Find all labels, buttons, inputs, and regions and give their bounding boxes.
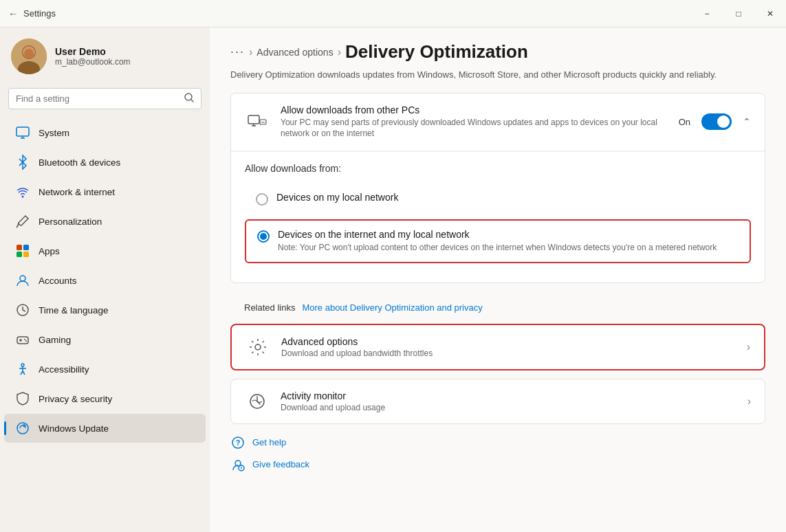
user-name: User Demo	[55, 46, 199, 57]
sidebar-item-accessibility[interactable]: Accessibility	[4, 355, 206, 384]
advanced-options-title: Advanced options	[281, 336, 736, 347]
radio-text-local: Devices on my local network	[276, 192, 740, 203]
radio-note-internet: Note: Your PC won't upload content to ot…	[278, 242, 739, 254]
sidebar: User Demo m_lab@outlook.com	[0, 27, 210, 532]
activity-monitor-text: Activity monitor Download and upload usa…	[281, 390, 736, 412]
sidebar-item-label-system: System	[39, 128, 69, 138]
radio-option-internet[interactable]: Devices on the internet and my local net…	[245, 219, 751, 263]
shield-icon	[15, 391, 30, 406]
breadcrumb-dots[interactable]: ···	[230, 45, 245, 59]
page-title: Delivery Optimization	[345, 41, 528, 63]
sidebar-item-personalization[interactable]: Personalization	[4, 207, 206, 236]
sidebar-item-network[interactable]: Network & internet	[4, 177, 206, 206]
svg-point-24	[21, 364, 24, 366]
allow-downloads-toggle[interactable]	[701, 113, 732, 130]
sidebar-item-label-personalization: Personalization	[39, 217, 102, 227]
advanced-options-card: Advanced options Download and upload ban…	[230, 324, 765, 370]
breadcrumb: ··· › Advanced options › Delivery Optimi…	[230, 41, 765, 63]
minimize-button[interactable]: −	[691, 0, 723, 27]
user-info: User Demo m_lab@outlook.com	[55, 46, 199, 67]
search-icon	[184, 93, 194, 104]
sidebar-item-apps[interactable]: Apps	[4, 236, 206, 265]
sidebar-item-system[interactable]: System	[4, 118, 206, 147]
svg-rect-12	[23, 245, 29, 250]
help-icon: ?	[230, 435, 245, 450]
main-content: ··· › Advanced options › Delivery Optimi…	[210, 27, 786, 532]
breadcrumb-parent[interactable]: Advanced options	[256, 47, 333, 58]
svg-line-18	[23, 310, 25, 311]
allow-downloads-title: Allow downloads from other PCs	[281, 104, 668, 115]
sidebar-item-gaming[interactable]: Gaming	[4, 325, 206, 354]
toggle-group: On ⌃	[679, 113, 751, 130]
sidebar-item-time[interactable]: Time & language	[4, 296, 206, 324]
update-icon	[15, 421, 30, 436]
user-profile[interactable]: User Demo m_lab@outlook.com	[0, 27, 210, 82]
titlebar-left: ← Settings	[8, 8, 56, 19]
advanced-options-desc: Download and upload bandwidth throttles	[281, 348, 736, 358]
bluetooth-icon	[15, 155, 30, 170]
svg-point-29	[17, 423, 28, 434]
maximize-button[interactable]: □	[723, 0, 754, 27]
window-controls: − □ ✕	[691, 0, 786, 27]
search-input[interactable]	[16, 93, 179, 104]
chevron-up-icon[interactable]: ⌃	[743, 116, 751, 127]
sidebar-nav: System Bluetooth & devices	[0, 118, 210, 443]
sidebar-item-label-bluetooth: Bluetooth & devices	[39, 157, 120, 168]
svg-point-35	[255, 344, 261, 350]
svg-point-15	[20, 276, 25, 281]
sidebar-item-bluetooth[interactable]: Bluetooth & devices	[4, 148, 206, 177]
radio-option-local[interactable]: Devices on my local network	[245, 184, 751, 214]
give-feedback-link[interactable]: Give feedback	[230, 457, 765, 472]
sidebar-item-privacy[interactable]: Privacy & security	[4, 384, 206, 413]
downloads-icon-box	[245, 109, 270, 134]
radio-title-internet: Devices on the internet and my local net…	[278, 229, 739, 240]
avatar	[11, 38, 47, 74]
allow-downloads-text: Allow downloads from other PCs Your PC m…	[281, 104, 668, 140]
chevron-right-icon-advanced: ›	[747, 341, 750, 353]
radio-circle-internet	[257, 230, 270, 243]
get-help-link[interactable]: ? Get help	[230, 435, 765, 450]
back-button[interactable]: ←	[8, 8, 18, 19]
svg-line-27	[21, 371, 23, 375]
get-help-label: Get help	[252, 437, 286, 447]
related-links-link[interactable]: More about Delivery Optimization and pri…	[302, 302, 482, 313]
activity-monitor-row[interactable]: Activity monitor Download and upload usa…	[231, 379, 765, 423]
svg-point-4	[24, 49, 34, 58]
feedback-icon	[230, 457, 245, 472]
sidebar-item-label-accessibility: Accessibility	[39, 364, 89, 375]
allow-downloads-desc: Your PC may send parts of previously dow…	[281, 117, 668, 140]
search-box[interactable]	[8, 88, 201, 109]
activity-monitor-card: Activity monitor Download and upload usa…	[230, 379, 765, 424]
gaming-icon	[15, 332, 30, 347]
breadcrumb-sep1: ›	[249, 46, 252, 58]
radio-text-internet: Devices on the internet and my local net…	[278, 229, 739, 254]
related-links-label: Related links	[244, 302, 295, 313]
breadcrumb-sep2: ›	[338, 46, 341, 58]
app-body: User Demo m_lab@outlook.com	[0, 27, 786, 532]
related-links: Related links More about Delivery Optimi…	[230, 291, 765, 324]
sidebar-item-windows-update[interactable]: Windows Update	[4, 414, 206, 443]
svg-line-6	[191, 100, 193, 102]
gear-icon	[245, 335, 270, 359]
svg-text:?: ?	[236, 439, 241, 447]
accessibility-icon	[15, 362, 30, 377]
monitor-icon	[15, 125, 30, 140]
search-container	[0, 82, 210, 118]
app-title: Settings	[23, 8, 56, 19]
titlebar: ← Settings − □ ✕	[0, 0, 786, 27]
svg-rect-30	[248, 115, 259, 124]
sidebar-item-label-time: Time & language	[39, 305, 109, 315]
expanded-section: Allow downloads from: Devices on my loca…	[231, 151, 765, 282]
user-email: m_lab@outlook.com	[55, 57, 199, 67]
sidebar-item-label-accounts: Accounts	[39, 276, 77, 286]
svg-point-23	[25, 340, 27, 342]
radio-circle-local	[256, 193, 268, 206]
svg-point-10	[22, 196, 24, 198]
advanced-options-row[interactable]: Advanced options Download and upload ban…	[232, 325, 764, 369]
sidebar-item-accounts[interactable]: Accounts	[4, 266, 206, 295]
brush-icon	[15, 214, 30, 229]
close-button[interactable]: ✕	[754, 0, 786, 27]
advanced-options-text: Advanced options Download and upload ban…	[281, 336, 736, 358]
allow-downloads-row: Allow downloads from other PCs Your PC m…	[231, 93, 765, 152]
toggle-label: On	[679, 117, 690, 127]
